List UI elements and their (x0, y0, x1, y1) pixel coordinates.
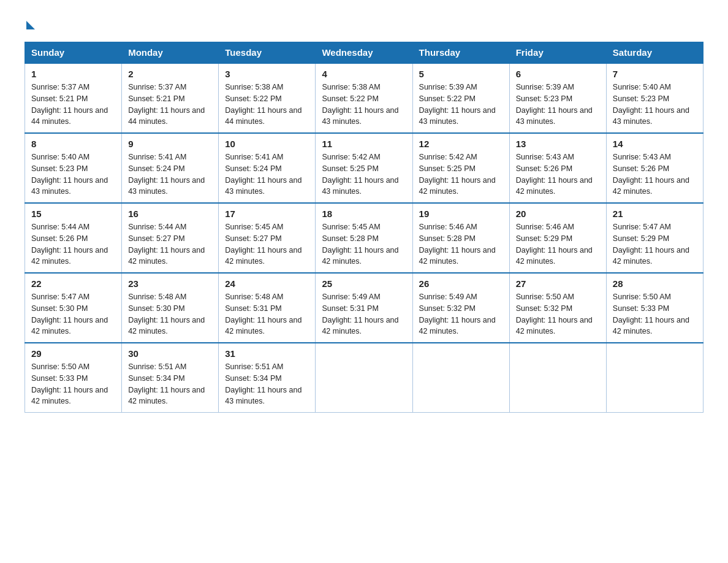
calendar-cell: 9 Sunrise: 5:41 AMSunset: 5:24 PMDayligh… (122, 133, 219, 203)
day-detail: Sunrise: 5:48 AMSunset: 5:31 PMDaylight:… (225, 293, 301, 335)
calendar-table: SundayMondayTuesdayWednesdayThursdayFrid… (25, 42, 703, 413)
header-thursday: Thursday (412, 42, 509, 64)
calendar-cell: 11 Sunrise: 5:42 AMSunset: 5:25 PMDaylig… (316, 133, 412, 203)
calendar-header-row: SundayMondayTuesdayWednesdayThursdayFrid… (25, 42, 703, 64)
day-detail: Sunrise: 5:43 AMSunset: 5:26 PMDaylight:… (516, 153, 593, 196)
day-detail: Sunrise: 5:50 AMSunset: 5:33 PMDaylight:… (31, 362, 108, 405)
calendar-cell: 8 Sunrise: 5:40 AMSunset: 5:23 PMDayligh… (25, 133, 122, 203)
day-detail: Sunrise: 5:41 AMSunset: 5:24 PMDaylight:… (128, 153, 205, 196)
calendar-cell (316, 343, 412, 413)
day-detail: Sunrise: 5:46 AMSunset: 5:29 PMDaylight:… (516, 223, 593, 266)
calendar-cell: 23 Sunrise: 5:48 AMSunset: 5:30 PMDaylig… (122, 273, 219, 343)
header-wednesday: Wednesday (316, 42, 412, 64)
day-detail: Sunrise: 5:43 AMSunset: 5:26 PMDaylight:… (613, 153, 689, 196)
day-number: 6 (516, 69, 600, 79)
day-detail: Sunrise: 5:41 AMSunset: 5:24 PMDaylight:… (225, 153, 301, 196)
day-number: 14 (613, 139, 697, 149)
header-saturday: Saturday (606, 42, 703, 64)
calendar-cell: 26 Sunrise: 5:49 AMSunset: 5:32 PMDaylig… (412, 273, 509, 343)
day-number: 8 (31, 139, 115, 149)
calendar-week-row: 15 Sunrise: 5:44 AMSunset: 5:26 PMDaylig… (25, 203, 703, 273)
logo (25, 18, 35, 29)
day-detail: Sunrise: 5:39 AMSunset: 5:23 PMDaylight:… (516, 83, 593, 126)
day-detail: Sunrise: 5:47 AMSunset: 5:29 PMDaylight:… (613, 223, 689, 266)
day-number: 12 (419, 139, 503, 149)
day-number: 31 (225, 348, 309, 359)
header-sunday: Sunday (25, 42, 122, 64)
calendar-cell: 29 Sunrise: 5:50 AMSunset: 5:33 PMDaylig… (25, 343, 122, 413)
calendar-cell: 20 Sunrise: 5:46 AMSunset: 5:29 PMDaylig… (509, 203, 606, 273)
day-detail: Sunrise: 5:38 AMSunset: 5:22 PMDaylight:… (322, 83, 398, 126)
calendar-cell: 22 Sunrise: 5:47 AMSunset: 5:30 PMDaylig… (25, 273, 122, 343)
day-detail: Sunrise: 5:38 AMSunset: 5:22 PMDaylight:… (225, 83, 301, 126)
day-detail: Sunrise: 5:46 AMSunset: 5:28 PMDaylight:… (419, 223, 496, 266)
day-detail: Sunrise: 5:40 AMSunset: 5:23 PMDaylight:… (31, 153, 108, 196)
day-detail: Sunrise: 5:45 AMSunset: 5:27 PMDaylight:… (225, 223, 301, 266)
calendar-cell: 10 Sunrise: 5:41 AMSunset: 5:24 PMDaylig… (219, 133, 316, 203)
day-number: 2 (128, 69, 212, 79)
calendar-cell: 30 Sunrise: 5:51 AMSunset: 5:34 PMDaylig… (122, 343, 219, 413)
day-detail: Sunrise: 5:51 AMSunset: 5:34 PMDaylight:… (128, 362, 205, 405)
day-detail: Sunrise: 5:47 AMSunset: 5:30 PMDaylight:… (31, 293, 108, 335)
calendar-cell: 15 Sunrise: 5:44 AMSunset: 5:26 PMDaylig… (25, 203, 122, 273)
day-number: 26 (419, 278, 503, 289)
day-detail: Sunrise: 5:50 AMSunset: 5:32 PMDaylight:… (516, 293, 593, 335)
calendar-week-row: 22 Sunrise: 5:47 AMSunset: 5:30 PMDaylig… (25, 273, 703, 343)
page-header (25, 18, 703, 29)
day-detail: Sunrise: 5:49 AMSunset: 5:31 PMDaylight:… (322, 293, 398, 335)
day-detail: Sunrise: 5:42 AMSunset: 5:25 PMDaylight:… (322, 153, 398, 196)
day-number: 27 (516, 278, 600, 289)
day-number: 7 (613, 69, 697, 79)
calendar-cell: 1 Sunrise: 5:37 AMSunset: 5:21 PMDayligh… (25, 63, 122, 133)
calendar-cell: 21 Sunrise: 5:47 AMSunset: 5:29 PMDaylig… (606, 203, 703, 273)
day-number: 5 (419, 69, 503, 79)
calendar-cell: 31 Sunrise: 5:51 AMSunset: 5:34 PMDaylig… (219, 343, 316, 413)
calendar-week-row: 1 Sunrise: 5:37 AMSunset: 5:21 PMDayligh… (25, 63, 703, 133)
calendar-cell: 5 Sunrise: 5:39 AMSunset: 5:22 PMDayligh… (412, 63, 509, 133)
day-detail: Sunrise: 5:51 AMSunset: 5:34 PMDaylight:… (225, 362, 301, 405)
calendar-cell (412, 343, 509, 413)
calendar-cell: 19 Sunrise: 5:46 AMSunset: 5:28 PMDaylig… (412, 203, 509, 273)
day-detail: Sunrise: 5:45 AMSunset: 5:28 PMDaylight:… (322, 223, 398, 266)
calendar-cell: 25 Sunrise: 5:49 AMSunset: 5:31 PMDaylig… (316, 273, 412, 343)
day-number: 22 (31, 278, 115, 289)
day-number: 28 (613, 278, 697, 289)
day-number: 19 (419, 209, 503, 219)
calendar-cell: 12 Sunrise: 5:42 AMSunset: 5:25 PMDaylig… (412, 133, 509, 203)
day-number: 18 (322, 209, 406, 219)
day-detail: Sunrise: 5:50 AMSunset: 5:33 PMDaylight:… (613, 293, 689, 335)
day-number: 13 (516, 139, 600, 149)
calendar-cell: 6 Sunrise: 5:39 AMSunset: 5:23 PMDayligh… (509, 63, 606, 133)
calendar-week-row: 8 Sunrise: 5:40 AMSunset: 5:23 PMDayligh… (25, 133, 703, 203)
day-number: 10 (225, 139, 309, 149)
day-number: 30 (128, 348, 212, 359)
day-detail: Sunrise: 5:40 AMSunset: 5:23 PMDaylight:… (613, 83, 689, 126)
day-detail: Sunrise: 5:39 AMSunset: 5:22 PMDaylight:… (419, 83, 496, 126)
day-number: 21 (613, 209, 697, 219)
day-number: 4 (322, 69, 406, 79)
calendar-cell: 7 Sunrise: 5:40 AMSunset: 5:23 PMDayligh… (606, 63, 703, 133)
day-number: 25 (322, 278, 406, 289)
calendar-cell: 3 Sunrise: 5:38 AMSunset: 5:22 PMDayligh… (219, 63, 316, 133)
day-number: 16 (128, 209, 212, 219)
header-friday: Friday (509, 42, 606, 64)
calendar-week-row: 29 Sunrise: 5:50 AMSunset: 5:33 PMDaylig… (25, 343, 703, 413)
calendar-cell: 4 Sunrise: 5:38 AMSunset: 5:22 PMDayligh… (316, 63, 412, 133)
header-tuesday: Tuesday (219, 42, 316, 64)
day-detail: Sunrise: 5:42 AMSunset: 5:25 PMDaylight:… (419, 153, 496, 196)
calendar-cell: 27 Sunrise: 5:50 AMSunset: 5:32 PMDaylig… (509, 273, 606, 343)
day-number: 20 (516, 209, 600, 219)
day-number: 1 (31, 69, 115, 79)
calendar-cell: 24 Sunrise: 5:48 AMSunset: 5:31 PMDaylig… (219, 273, 316, 343)
calendar-cell: 16 Sunrise: 5:44 AMSunset: 5:27 PMDaylig… (122, 203, 219, 273)
calendar-cell: 14 Sunrise: 5:43 AMSunset: 5:26 PMDaylig… (606, 133, 703, 203)
day-number: 9 (128, 139, 212, 149)
day-number: 11 (322, 139, 406, 149)
day-detail: Sunrise: 5:48 AMSunset: 5:30 PMDaylight:… (128, 293, 205, 335)
day-detail: Sunrise: 5:49 AMSunset: 5:32 PMDaylight:… (419, 293, 496, 335)
day-number: 17 (225, 209, 309, 219)
day-detail: Sunrise: 5:37 AMSunset: 5:21 PMDaylight:… (128, 83, 205, 126)
day-number: 29 (31, 348, 115, 359)
day-number: 23 (128, 278, 212, 289)
calendar-cell: 17 Sunrise: 5:45 AMSunset: 5:27 PMDaylig… (219, 203, 316, 273)
